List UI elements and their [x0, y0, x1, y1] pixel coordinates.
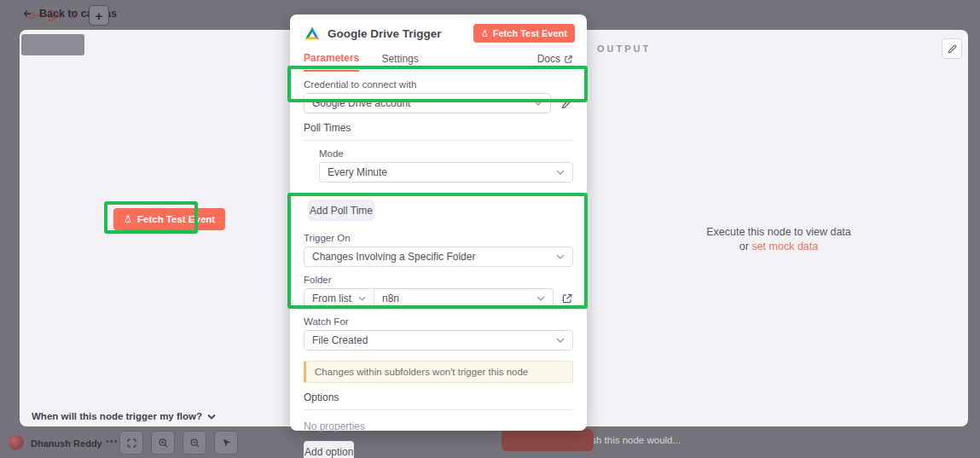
user-name: Dhanush Reddy — [31, 438, 102, 449]
chevron-down-icon — [207, 414, 216, 420]
watch-for-value: File Created — [312, 334, 368, 346]
chevron-down-icon — [556, 170, 565, 175]
output-empty-line1: Execute this node to view data — [617, 225, 941, 240]
modal-header: Google Drive Trigger Fetch Test Event — [290, 14, 587, 47]
output-empty-state: Execute this node to view data or set mo… — [617, 225, 941, 254]
edit-output-button[interactable] — [942, 38, 962, 59]
user-menu-overflow[interactable]: ••• — [106, 436, 119, 446]
add-node-button[interactable]: + — [89, 5, 109, 26]
mode-field-group: Mode Every Minute — [319, 148, 573, 183]
watch-for-label: Watch For — [304, 316, 573, 327]
cursor-pointer-icon — [221, 438, 231, 448]
zoom-in-icon — [158, 438, 169, 449]
zoom-in-button[interactable] — [151, 431, 175, 455]
fetch-test-event-label: Fetch Test Event — [493, 28, 567, 38]
trigger-help-toggle[interactable]: When will this node trigger my flow? — [32, 411, 216, 421]
plus-icon: + — [96, 9, 103, 23]
user-avatar[interactable] — [9, 435, 24, 450]
options-empty-text: No properties — [304, 420, 573, 432]
flask-icon — [481, 29, 489, 38]
zoom-out-button[interactable] — [183, 431, 206, 455]
watch-for-field-group: Watch For File Created — [304, 316, 573, 351]
back-arrow-icon — [21, 9, 33, 19]
fetch-test-event-button-header[interactable]: Fetch Test Event — [473, 24, 575, 43]
interaction-mode-button[interactable] — [214, 431, 238, 455]
mode-value: Every Minute — [328, 166, 387, 178]
google-drive-icon — [304, 26, 321, 41]
pencil-icon — [947, 43, 958, 55]
docs-label: Docs — [537, 53, 560, 65]
highlight-fetch-button-annotation — [104, 201, 198, 234]
zoom-out-icon — [189, 438, 200, 449]
mode-label: Mode — [319, 148, 573, 159]
subfolder-warning-notice: Changes within subfolders won't trigger … — [304, 361, 573, 383]
trigger-help-label: When will this node trigger my flow? — [32, 411, 202, 421]
poll-times-section-header: Poll Times — [304, 122, 573, 141]
output-empty-line2: or set mock data — [617, 240, 941, 254]
chevron-down-icon — [556, 338, 565, 343]
watch-for-select[interactable]: File Created — [304, 330, 573, 351]
output-empty-or: or — [739, 241, 749, 252]
output-panel-title: OUTPUT — [597, 43, 651, 54]
highlight-trigger-settings-annotation — [287, 193, 588, 309]
add-option-button[interactable]: Add option — [304, 441, 354, 458]
fit-view-button[interactable] — [119, 431, 143, 455]
node-title: Google Drive Trigger — [328, 27, 467, 40]
set-mock-data-link[interactable]: set mock data — [751, 241, 818, 252]
options-section-header: Options — [304, 391, 573, 410]
n8n-node-detail-view: { "colors": { "accent": "#ff6d5a", "anno… — [0, 0, 980, 458]
fit-view-icon — [126, 438, 137, 449]
mode-select[interactable]: Every Minute — [319, 162, 573, 183]
external-link-icon — [564, 55, 573, 64]
dimmed-element — [21, 34, 84, 55]
highlight-credential-annotation — [287, 66, 588, 102]
